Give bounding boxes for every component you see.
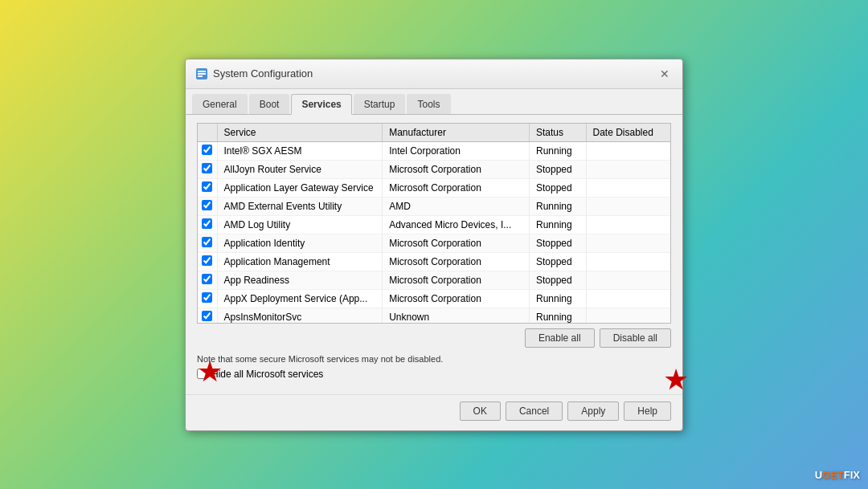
row-checkbox-cell[interactable] (198, 160, 217, 178)
ok-button[interactable]: OK (460, 401, 501, 421)
service-checkbox[interactable] (202, 218, 212, 229)
row-checkbox-cell[interactable] (198, 215, 217, 234)
services-table: Service Manufacturer Status Date Disable… (198, 124, 670, 324)
system-config-dialog: System Configuration ✕ General Boot Serv… (185, 59, 683, 431)
disable-all-button[interactable]: Disable all (600, 328, 671, 348)
service-name: Application Management (217, 252, 383, 271)
row-checkbox-cell[interactable] (198, 308, 217, 324)
date-disabled (586, 160, 670, 178)
tab-tools[interactable]: Tools (407, 94, 450, 114)
note-text: Note that some secure Microsoft services… (197, 354, 671, 364)
col-status[interactable]: Status (529, 124, 586, 142)
hide-microsoft-label: Hide all Microsoft services (211, 369, 323, 380)
date-disabled (586, 197, 670, 215)
row-checkbox-cell[interactable] (198, 197, 217, 215)
service-name: AppX Deployment Service (App... (217, 289, 383, 308)
service-checkbox[interactable] (202, 200, 212, 210)
col-date-disabled[interactable]: Date Disabled (586, 124, 670, 142)
cancel-button[interactable]: Cancel (506, 401, 563, 421)
dialog-content: Service Manufacturer Status Date Disable… (186, 115, 682, 388)
date-disabled (586, 271, 670, 289)
table-row: Intel® SGX AESMIntel CorporationRunning (198, 141, 670, 160)
service-name: Application Identity (217, 234, 383, 252)
table-row: AllJoyn Router ServiceMicrosoft Corporat… (198, 160, 670, 178)
close-button[interactable]: ✕ (657, 66, 673, 82)
col-service[interactable]: Service (217, 124, 383, 142)
row-checkbox-cell[interactable] (198, 289, 217, 308)
col-checkbox (198, 124, 217, 142)
manufacturer-name: Microsoft Corporation (383, 289, 530, 308)
table-row: Application ManagementMicrosoft Corporat… (198, 252, 670, 271)
service-status: Stopped (529, 234, 586, 252)
service-checkbox[interactable] (202, 292, 212, 303)
manufacturer-name: AMD (383, 197, 530, 215)
service-checkbox[interactable] (202, 237, 212, 247)
row-checkbox-cell[interactable] (198, 141, 217, 160)
date-disabled (586, 178, 670, 197)
svg-rect-3 (198, 75, 203, 77)
table-row: Application IdentityMicrosoft Corporatio… (198, 234, 670, 252)
table-row: AMD Log UtilityAdvanced Micro Devices, I… (198, 215, 670, 234)
service-checkbox[interactable] (202, 163, 212, 173)
table-row: AppX Deployment Service (App...Microsoft… (198, 289, 670, 308)
table-action-buttons: Enable all Disable all (197, 328, 671, 348)
manufacturer-name: Microsoft Corporation (383, 160, 530, 178)
service-name: AMD Log Utility (217, 215, 383, 234)
date-disabled (586, 141, 670, 160)
table-row: ApsInsMonitorSvcUnknownRunning (198, 308, 670, 324)
table-row: Application Layer Gateway ServiceMicroso… (198, 178, 670, 197)
manufacturer-name: Microsoft Corporation (383, 271, 530, 289)
help-button[interactable]: Help (624, 401, 671, 421)
services-table-container[interactable]: Service Manufacturer Status Date Disable… (197, 123, 671, 324)
service-checkbox[interactable] (202, 145, 212, 155)
row-checkbox-cell[interactable] (198, 252, 217, 271)
manufacturer-name: Advanced Micro Devices, I... (383, 215, 530, 234)
service-status: Stopped (529, 271, 586, 289)
tab-services[interactable]: Services (291, 94, 351, 115)
tab-boot[interactable]: Boot (249, 94, 290, 114)
service-checkbox[interactable] (202, 181, 212, 192)
service-status: Stopped (529, 252, 586, 271)
dialog-title: System Configuration (213, 67, 313, 79)
enable-all-button[interactable]: Enable all (525, 328, 595, 348)
manufacturer-name: Microsoft Corporation (383, 252, 530, 271)
row-checkbox-cell[interactable] (198, 271, 217, 289)
manufacturer-name: Microsoft Corporation (383, 234, 530, 252)
service-name: Application Layer Gateway Service (217, 178, 383, 197)
svg-rect-2 (198, 73, 206, 75)
ugetfix-logo: UGETFIX (815, 469, 860, 481)
service-status: Stopped (529, 160, 586, 178)
service-status: Stopped (529, 178, 586, 197)
table-header-row: Service Manufacturer Status Date Disable… (198, 124, 670, 142)
manufacturer-name: Unknown (383, 308, 530, 324)
service-name: AMD External Events Utility (217, 197, 383, 215)
date-disabled (586, 308, 670, 324)
service-status: Running (529, 308, 586, 324)
service-checkbox[interactable] (202, 274, 212, 284)
row-checkbox-cell[interactable] (198, 178, 217, 197)
service-status: Running (529, 141, 586, 160)
manufacturer-name: Intel Corporation (383, 141, 530, 160)
title-bar-left: System Configuration (195, 67, 313, 80)
table-row: AMD External Events UtilityAMDRunning (198, 197, 670, 215)
date-disabled (586, 215, 670, 234)
service-status: Running (529, 215, 586, 234)
service-status: Running (529, 197, 586, 215)
date-disabled (586, 234, 670, 252)
tab-general[interactable]: General (192, 94, 248, 114)
row-checkbox-cell[interactable] (198, 234, 217, 252)
service-checkbox[interactable] (202, 255, 212, 266)
tab-startup[interactable]: Startup (354, 94, 406, 114)
service-name: App Readiness (217, 271, 383, 289)
apply-button[interactable]: Apply (567, 401, 619, 421)
hide-microsoft-row: Hide all Microsoft services (197, 369, 671, 380)
hide-microsoft-checkbox[interactable] (197, 369, 207, 379)
dialog-button-row: OK Cancel Apply Help (186, 394, 682, 430)
table-row: App ReadinessMicrosoft CorporationStoppe… (198, 271, 670, 289)
title-bar: System Configuration ✕ (186, 59, 682, 89)
service-checkbox[interactable] (202, 311, 212, 321)
col-manufacturer[interactable]: Manufacturer (383, 124, 530, 142)
svg-rect-1 (198, 71, 206, 72)
manufacturer-name: Microsoft Corporation (383, 178, 530, 197)
dialog-icon (195, 67, 208, 80)
